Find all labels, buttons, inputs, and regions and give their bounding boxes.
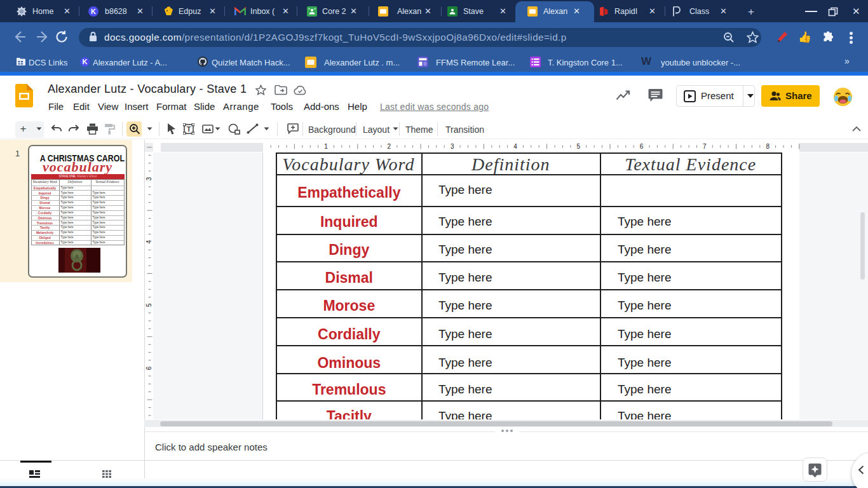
svg-text:6: 6	[146, 366, 153, 370]
svg-text:3: 3	[451, 143, 454, 150]
svg-text:1: 1	[324, 143, 328, 150]
svg-text:6: 6	[640, 143, 644, 150]
svg-text:2: 2	[388, 143, 391, 150]
svg-text:4: 4	[146, 240, 153, 244]
svg-text:4: 4	[513, 143, 517, 150]
svg-text:8: 8	[766, 143, 770, 150]
svg-text:3: 3	[146, 177, 153, 180]
svg-text:T: T	[187, 125, 191, 133]
svg-text:5: 5	[577, 143, 581, 150]
svg-text:5: 5	[146, 303, 153, 307]
svg-text:7: 7	[703, 143, 707, 150]
